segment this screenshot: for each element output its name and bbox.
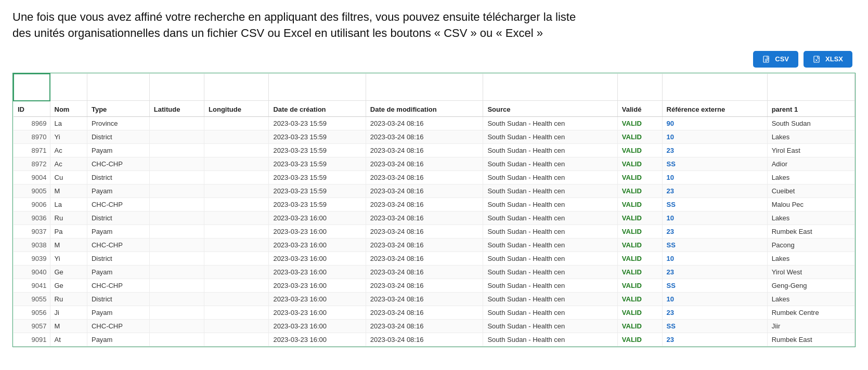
cell-lat [149,157,204,170]
cell-parent: Geng-Geng [767,279,854,292]
search-cell-created [269,74,366,101]
cell-nom: Ru [50,211,87,224]
cell-type: District [87,130,149,143]
cell-nom: M [50,319,87,333]
xlsx-label: XLSX [825,55,843,63]
col-created: Date de création [269,101,366,117]
cell-valid: VALID [617,306,662,319]
csv-button[interactable]: CSV [753,51,798,68]
search-cell-modified [366,74,483,101]
cell-valid: VALID [617,170,662,184]
cell-created: 2023-03-23 15:59 [269,197,366,211]
cell-valid: VALID [617,238,662,252]
cell-id: 9036 [14,211,50,224]
cell-lat [149,333,204,346]
cell-valid: VALID [617,279,662,292]
cell-source: South Sudan - Health cen [483,224,617,238]
cell-valid: VALID [617,197,662,211]
xlsx-icon [813,55,822,64]
cell-ref: SS [662,197,767,211]
cell-lat [149,252,204,265]
csv-label: CSV [775,55,789,63]
cell-created: 2023-03-23 16:00 [269,279,366,292]
cell-type: District [87,252,149,265]
cell-modified: 2023-03-24 08:16 [366,157,483,170]
cell-lat [149,116,204,130]
cell-parent: South Sudan [767,116,854,130]
cell-type: Payam [87,184,149,197]
cell-source: South Sudan - Health cen [483,211,617,224]
cell-source: South Sudan - Health cen [483,184,617,197]
table-row: 9057 M CHC-CHP 2023-03-23 16:00 2023-03-… [14,319,855,333]
cell-id: 8969 [14,116,50,130]
cell-source: South Sudan - Health cen [483,252,617,265]
cell-type: District [87,292,149,306]
cell-modified: 2023-03-24 08:16 [366,116,483,130]
cell-type: Payam [87,224,149,238]
cell-parent: Lakes [767,252,854,265]
cell-modified: 2023-03-24 08:16 [366,265,483,279]
cell-ref: SS [662,319,767,333]
csv-icon [762,55,772,64]
cell-nom: Ac [50,143,87,157]
cell-lon [204,252,269,265]
cell-lon [204,211,269,224]
cell-source: South Sudan - Health cen [483,116,617,130]
table-row: 9055 Ru District 2023-03-23 16:00 2023-0… [14,292,855,306]
cell-ref: 23 [662,306,767,319]
xlsx-button[interactable]: XLSX [804,51,852,68]
cell-type: CHC-CHP [87,197,149,211]
cell-nom: Yi [50,252,87,265]
table-row: 9040 Ge Payam 2023-03-23 16:00 2023-03-2… [14,265,855,279]
cell-lon [204,306,269,319]
cell-lat [149,306,204,319]
table-row: 9005 M Payam 2023-03-23 15:59 2023-03-24… [14,184,855,197]
cell-id: 9037 [14,224,50,238]
cell-source: South Sudan - Health cen [483,143,617,157]
table-row: 9039 Yi District 2023-03-23 16:00 2023-0… [14,252,855,265]
cell-id: 9038 [14,238,50,252]
cell-id: 8972 [14,157,50,170]
col-valid: Validé [617,101,662,117]
cell-ref: 23 [662,224,767,238]
cell-type: Payam [87,265,149,279]
cell-created: 2023-03-23 16:00 [269,292,366,306]
cell-lon [204,292,269,306]
search-cell-ref [662,74,767,101]
cell-modified: 2023-03-24 08:16 [366,143,483,157]
col-lon: Longitude [204,101,269,117]
search-cell-parent [767,74,854,101]
cell-valid: VALID [617,211,662,224]
cell-lat [149,238,204,252]
cell-lat [149,211,204,224]
cell-source: South Sudan - Health cen [483,238,617,252]
table-row: 9041 Ge CHC-CHP 2023-03-23 16:00 2023-03… [14,279,855,292]
cell-valid: VALID [617,292,662,306]
cell-lon [204,279,269,292]
cell-parent: Rumbek East [767,333,854,346]
cell-nom: Ru [50,292,87,306]
search-cell-lat [149,74,204,101]
cell-lon [204,333,269,346]
cell-modified: 2023-03-24 08:16 [366,224,483,238]
cell-source: South Sudan - Health cen [483,279,617,292]
col-source: Source [483,101,617,117]
col-modified: Date de modification [366,101,483,117]
cell-nom: Cu [50,170,87,184]
cell-lon [204,265,269,279]
cell-lon [204,130,269,143]
cell-lat [149,292,204,306]
cell-nom: Ge [50,265,87,279]
cell-created: 2023-03-23 15:59 [269,143,366,157]
cell-created: 2023-03-23 16:00 [269,265,366,279]
cell-parent: Cueibet [767,184,854,197]
cell-source: South Sudan - Health cen [483,319,617,333]
cell-modified: 2023-03-24 08:16 [366,197,483,211]
cell-id: 9040 [14,265,50,279]
cell-created: 2023-03-23 15:59 [269,157,366,170]
cell-type: CHC-CHP [87,238,149,252]
cell-valid: VALID [617,157,662,170]
cell-source: South Sudan - Health cen [483,306,617,319]
cell-created: 2023-03-23 16:00 [269,211,366,224]
svg-rect-1 [814,56,819,62]
